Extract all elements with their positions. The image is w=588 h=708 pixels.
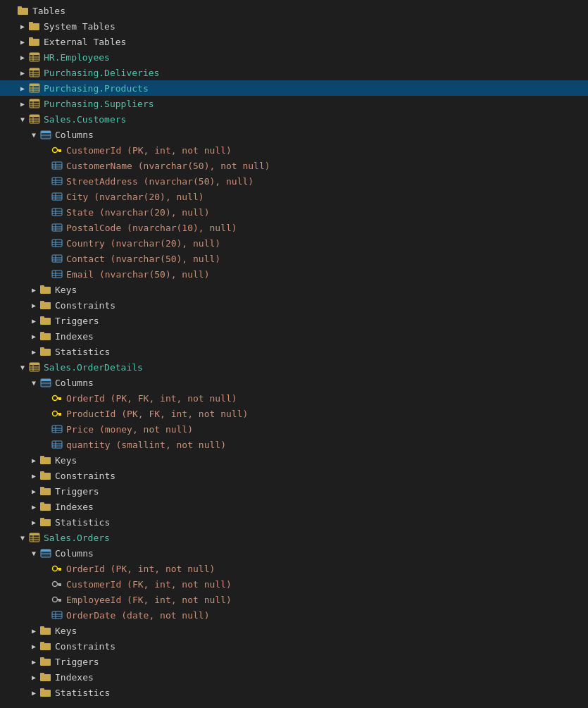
tree-item-label: Constraints bbox=[55, 641, 115, 652]
expand-arrow[interactable] bbox=[17, 23, 28, 30]
expand-arrow[interactable] bbox=[17, 38, 28, 46]
tree-item-col-customername[interactable]: CustomerName (nvarchar(50), not null) bbox=[0, 158, 588, 173]
expand-arrow[interactable] bbox=[28, 457, 39, 464]
svg-rect-2 bbox=[18, 6, 22, 8]
svg-rect-106 bbox=[60, 399, 61, 400]
collapse-arrow[interactable] bbox=[17, 534, 28, 542]
tree-item-external-tables[interactable]: External Tables bbox=[0, 34, 588, 49]
tree-item-sales-customers[interactable]: Sales.Customers bbox=[0, 111, 588, 127]
tree-item-col-state[interactable]: State (nvarchar(20), null) bbox=[0, 204, 588, 220]
tree-item-col-orderid[interactable]: OrderId (PK, FK, int, not null) bbox=[0, 390, 588, 406]
expand-arrow[interactable] bbox=[28, 518, 39, 526]
columns-folder-icon bbox=[39, 378, 52, 387]
tree-item-sod-columns[interactable]: Columns bbox=[0, 375, 588, 390]
tree-item-col-contact[interactable]: Contact (nvarchar(50), null) bbox=[0, 251, 588, 266]
tree-item-col-postalcode[interactable]: PostalCode (nvarchar(10), null) bbox=[0, 220, 588, 235]
tree-item-label: Price (money, not null) bbox=[66, 424, 193, 435]
expand-arrow[interactable] bbox=[28, 642, 39, 650]
tree-item-purchasing-suppliers[interactable]: Purchasing.Suppliers bbox=[0, 96, 588, 111]
tree-item-purchasing-products[interactable]: Purchasing.Products bbox=[0, 80, 588, 96]
expand-arrow[interactable] bbox=[17, 69, 28, 77]
svg-point-153 bbox=[53, 597, 58, 602]
expand-arrow[interactable] bbox=[17, 54, 28, 61]
column-icon bbox=[51, 192, 63, 201]
tree-item-col-so-orderdate[interactable]: OrderDate (date, not null) bbox=[0, 607, 588, 623]
tree-item-col-so-employeeid[interactable]: EmployeeId (FK, int, not null) bbox=[0, 592, 588, 607]
expand-arrow[interactable] bbox=[28, 286, 39, 294]
tree-item-label: CustomerId (FK, int, not null) bbox=[66, 579, 232, 590]
tree-item-label: CustomerName (nvarchar(50), not null) bbox=[66, 161, 270, 171]
expand-arrow[interactable] bbox=[28, 658, 39, 666]
tree-item-sales-orderdetails[interactable]: Sales.OrderDetails bbox=[0, 359, 588, 375]
tree-item-sc-triggers[interactable]: Triggers bbox=[0, 313, 588, 328]
collapse-arrow[interactable] bbox=[28, 379, 39, 387]
tree-item-system-tables[interactable]: System Tables bbox=[0, 18, 588, 34]
svg-rect-128 bbox=[40, 487, 44, 489]
tree-item-col-price[interactable]: Price (money, not null) bbox=[0, 421, 588, 437]
table-icon bbox=[28, 533, 41, 542]
tree-item-sod-keys[interactable]: Keys bbox=[0, 452, 588, 468]
expand-arrow[interactable] bbox=[17, 85, 28, 92]
pk-key-icon bbox=[51, 409, 63, 418]
svg-rect-147 bbox=[60, 569, 61, 571]
tree-item-hr-employees[interactable]: HR.Employees bbox=[0, 49, 588, 65]
tree-item-col-streetaddress[interactable]: StreetAddress (nvarchar(50), null) bbox=[0, 173, 588, 189]
tree-item-purchasing-deliveries[interactable]: Purchasing.Deliveries bbox=[0, 65, 588, 80]
svg-rect-116 bbox=[52, 441, 62, 448]
tree-item-label: Keys bbox=[55, 285, 77, 295]
tree-item-label: OrderId (PK, int, not null) bbox=[66, 564, 215, 574]
tree-item-label: Constraints bbox=[55, 471, 115, 481]
tree-item-label: Constraints bbox=[55, 300, 115, 311]
tree-item-sod-triggers[interactable]: Triggers bbox=[0, 483, 588, 499]
column-icon bbox=[51, 610, 63, 620]
tree-item-label: State (nvarchar(20), null) bbox=[66, 207, 210, 218]
tree-item-so-keys[interactable]: Keys bbox=[0, 623, 588, 638]
tree-item-sc-statistics[interactable]: Statistics bbox=[0, 344, 588, 359]
collapse-arrow[interactable] bbox=[28, 549, 39, 557]
folder-icon bbox=[39, 641, 52, 651]
tree-item-so-triggers[interactable]: Triggers bbox=[0, 654, 588, 669]
expand-arrow[interactable] bbox=[28, 302, 39, 309]
tree-item-col-so-customerid[interactable]: CustomerId (FK, int, not null) bbox=[0, 576, 588, 592]
expand-arrow[interactable] bbox=[28, 333, 39, 340]
tree-item-sod-constraints[interactable]: Constraints bbox=[0, 468, 588, 483]
expand-arrow[interactable] bbox=[28, 673, 39, 681]
tree-item-sc-constraints[interactable]: Constraints bbox=[0, 297, 588, 313]
tree-item-col-quantity[interactable]: quantity (smallint, not null) bbox=[0, 437, 588, 452]
tree-item-col-country[interactable]: Country (nvarchar(20), null) bbox=[0, 235, 588, 251]
expand-arrow[interactable] bbox=[28, 472, 39, 480]
tree-item-col-productid[interactable]: ProductId (PK, FK, int, not null) bbox=[0, 406, 588, 421]
svg-rect-151 bbox=[60, 585, 61, 586]
collapse-arrow[interactable] bbox=[28, 131, 39, 139]
expand-arrow[interactable] bbox=[28, 627, 39, 635]
tree-item-sales-orders[interactable]: Sales.Orders bbox=[0, 530, 588, 545]
tree-item-sc-indexes[interactable]: Indexes bbox=[0, 328, 588, 344]
tree-item-so-columns[interactable]: Columns bbox=[0, 545, 588, 561]
tree-item-sod-indexes[interactable]: Indexes bbox=[0, 499, 588, 514]
folder-icon bbox=[39, 517, 52, 527]
tree-item-so-indexes[interactable]: Indexes bbox=[0, 669, 588, 685]
tree-item-so-constraints[interactable]: Constraints bbox=[0, 638, 588, 654]
expand-arrow[interactable] bbox=[28, 317, 39, 325]
expand-arrow[interactable] bbox=[28, 503, 39, 511]
tree-item-label: HR.Employees bbox=[44, 52, 110, 63]
tree-item-sales-customers-columns[interactable]: Columns bbox=[0, 127, 588, 142]
tree-item-col-so-orderid[interactable]: OrderId (PK, int, not null) bbox=[0, 561, 588, 576]
tree-item-tables-root[interactable]: Tables bbox=[0, 3, 588, 18]
tree-item-sod-statistics[interactable]: Statistics bbox=[0, 514, 588, 530]
expand-arrow[interactable] bbox=[17, 100, 28, 108]
tree-item-so-statistics[interactable]: Statistics bbox=[0, 685, 588, 700]
folder-icon bbox=[28, 21, 41, 31]
svg-rect-131 bbox=[40, 502, 44, 504]
pk-key-icon bbox=[51, 145, 63, 155]
tree-item-col-city[interactable]: City (nvarchar(20), null) bbox=[0, 189, 588, 204]
expand-arrow[interactable] bbox=[28, 348, 39, 356]
collapse-arrow[interactable] bbox=[17, 116, 28, 123]
tree-item-sc-keys[interactable]: Keys bbox=[0, 282, 588, 297]
svg-point-43 bbox=[53, 148, 58, 153]
collapse-arrow[interactable] bbox=[17, 364, 28, 371]
tree-item-col-customerid[interactable]: CustomerId (PK, int, not null) bbox=[0, 142, 588, 158]
tree-item-col-email[interactable]: Email (nvarchar(50), null) bbox=[0, 266, 588, 282]
expand-arrow[interactable] bbox=[28, 487, 39, 495]
expand-arrow[interactable] bbox=[28, 689, 39, 697]
